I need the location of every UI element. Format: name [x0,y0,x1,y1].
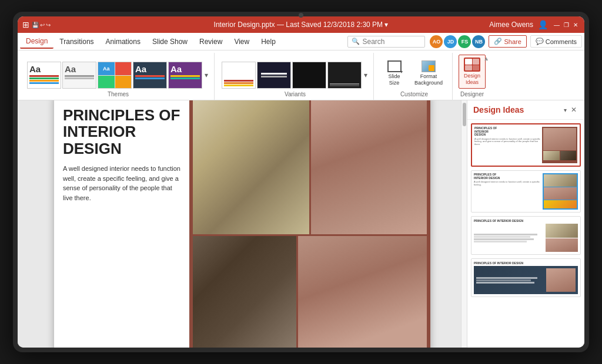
title-bar-center: Interior Design.pptx — Last Saved 12/3/2… [214,21,389,29]
avatar-group: AO JD FS NB [430,35,485,48]
format-background-icon [422,60,436,72]
slide-scroll[interactable] [461,100,467,348]
variant-item-2[interactable] [257,62,291,89]
slide-body: A well designed interior needs to functi… [63,164,180,203]
panel-header-actions: ▾ ✕ [564,105,578,114]
search-box[interactable]: 🔍 [347,36,425,48]
dc-left-1: PRINCIPLES OFINTERIORDESIGN A well desig… [474,127,540,163]
menu-bar-actions: AO JD FS NB 🔗 Share 💬 Comments [430,35,582,48]
theme-item-4[interactable]: Aa [133,62,167,89]
menu-transitions[interactable]: Transitions [53,35,99,48]
design-ideas-icon [464,58,480,72]
filename: Interior Design.pptx [214,21,275,29]
save-dropdown-arrow[interactable]: ▾ [384,21,388,29]
dc-left-2: PRINCIPLES OFINTERIOR DESIGN A well desi… [474,173,541,210]
menu-slideshow[interactable]: Slide Show [146,35,193,48]
avatar-2: JD [444,35,457,48]
search-input[interactable] [362,38,421,46]
themes-label: Themes [108,91,129,97]
themes-container: Aa Aa [27,62,209,89]
comments-label: Comments [546,38,577,45]
share-button[interactable]: 🔗 Share [489,35,526,48]
slide-size-label: SlideSize [388,73,400,86]
variants-group: ▾ Variants [217,53,374,100]
main-area: PRINCIPLES OF INTERIOR DESIGN A well des… [18,100,584,348]
variants-label: Variants [285,91,306,97]
menu-animations[interactable]: Animations [100,35,146,48]
customize-group: ▾ SlideSize FormatBackground Customiz [376,53,453,100]
design-ideas-button[interactable]: DesignIdeas [459,55,486,89]
undo-quick-icon[interactable]: ↩ [40,22,45,28]
dc-right-1 [542,127,577,163]
theme-item-2[interactable]: Aa [62,62,96,89]
format-background-button[interactable]: FormatBackground [410,58,447,89]
title-bar-left: ⊞ 💾 ↩ ↪ [22,20,51,29]
redo-quick-icon[interactable]: ↪ [46,22,51,28]
dc-title-1: PRINCIPLES OFINTERIORDESIGN [474,127,540,137]
design-card-2-inner: PRINCIPLES OFINTERIOR DESIGN A well desi… [471,171,580,212]
theme-item-3[interactable]: Aa [98,62,132,89]
variants-scroll-arrow[interactable]: ▾ [363,70,369,80]
slide-photo-woman [311,100,427,234]
themes-scroll-arrow[interactable]: ▾ [203,70,209,80]
design-ideas-panel: Design Ideas ▾ ✕ PRINCIPLES OFINTERIORDE… [467,100,584,348]
slide-size-icon: ▾ [387,60,402,72]
menu-help[interactable]: Help [255,35,282,48]
customize-label: Customize [400,91,428,97]
design-card-4[interactable]: PRINCIPLES OF INTERIOR DESIGN [471,258,581,297]
account-icon[interactable]: 👤 [538,20,548,29]
panel-title: Design Ideas [473,105,524,114]
variant-item-4[interactable] [327,62,362,89]
variant-item-3[interactable] [292,62,326,89]
separator: — [277,21,286,29]
menu-view[interactable]: View [228,35,255,48]
username: Aimee Owens [489,21,533,29]
dc-body-2: A well designed interior needs to functi… [474,181,541,187]
quick-access-toolbar: 💾 ↩ ↪ [32,22,51,28]
menu-review[interactable]: Review [193,35,228,48]
app-window: ⊞ 💾 ↩ ↪ Interior Design.pptx — Last Save… [18,16,584,348]
share-icon: 🔗 [494,38,502,45]
slide-left-panel: PRINCIPLES OF INTERIOR DESIGN A well des… [54,100,189,348]
slide-canvas: PRINCIPLES OF INTERIOR DESIGN A well des… [54,100,430,348]
menu-design[interactable]: Design [20,35,53,49]
designer-collapse-arrow[interactable]: ▲ [483,55,489,62]
design-card-2[interactable]: PRINCIPLES OFINTERIOR DESIGN A well desi… [471,170,581,213]
minimize-button[interactable]: — [553,21,561,29]
design-card-1-inner: PRINCIPLES OFINTERIORDESIGN A well desig… [472,124,580,166]
save-quick-icon[interactable]: 💾 [32,22,39,28]
title-bar-right: Aimee Owens 👤 — ❐ ✕ [489,20,580,29]
comments-button[interactable]: 💬 Comments [530,35,582,48]
variants-container: ▾ [222,62,369,89]
slide-area: PRINCIPLES OF INTERIOR DESIGN A well des… [18,100,467,348]
design-card-1[interactable]: PRINCIPLES OFINTERIORDESIGN A well desig… [471,123,581,167]
share-label: Share [504,38,521,45]
close-button[interactable]: ✕ [571,21,580,29]
device-camera [299,13,303,18]
powerpoint-icon: ⊞ [22,20,29,29]
panel-dropdown-icon[interactable]: ▾ [564,107,567,113]
restore-button[interactable]: ❐ [562,21,570,29]
theme-item-1[interactable]: Aa [27,62,61,89]
panel-scroll[interactable]: PRINCIPLES OFINTERIORDESIGN A well desig… [467,120,584,348]
theme-item-5[interactable]: Aa [168,62,202,89]
avatar-4: NB [472,35,485,48]
slide-title: PRINCIPLES OF INTERIOR DESIGN [63,107,180,157]
menu-bar: Design Transitions Animations Slide Show… [18,33,584,50]
themes-group: Aa Aa [22,53,215,100]
avatar-3: FS [458,35,471,48]
designer-group: ▲ DesignIdeas Designer [455,53,489,100]
slide-photo-grid [193,100,427,348]
variant-item-1[interactable] [222,62,256,89]
slide-right-panel [189,100,430,348]
slide-photo-chair [193,100,309,234]
slide-size-button[interactable]: ▾ SlideSize [381,58,407,89]
slide-scroll-thumb [463,103,466,126]
design-ideas-label: DesignIdeas [464,73,480,86]
designer-label: Designer [460,91,484,97]
panel-close-button[interactable]: ✕ [569,105,578,114]
dc-title-2: PRINCIPLES OFINTERIOR DESIGN [474,173,541,180]
save-status: Last Saved 12/3/2018 2:30 PM [286,21,383,29]
design-card-3[interactable]: PRINCIPLES OF INTERIOR DESIGN [471,216,581,255]
slide-photo-stairs [193,236,296,348]
